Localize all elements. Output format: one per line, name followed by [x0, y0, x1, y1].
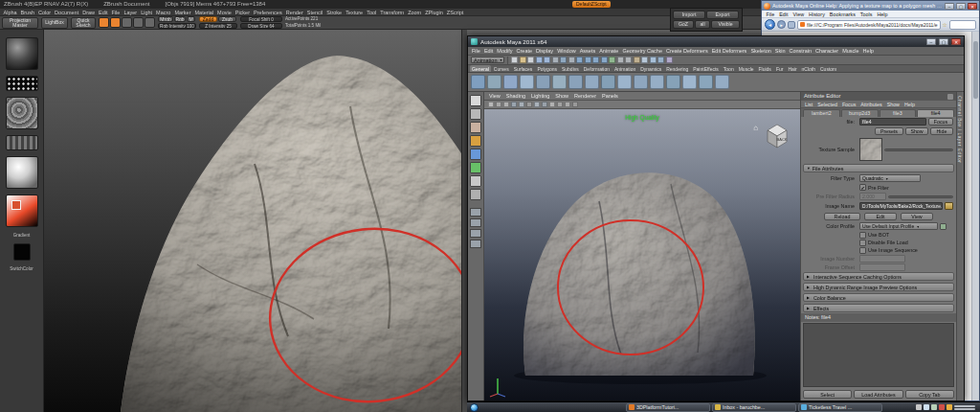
gate-mask-icon[interactable]: [557, 102, 563, 107]
construction-history-icon[interactable]: [634, 57, 640, 63]
panel-dock-icon[interactable]: [947, 94, 953, 100]
select-button[interactable]: Select: [803, 390, 852, 399]
move-tool-icon[interactable]: [470, 135, 481, 147]
scale-icon[interactable]: [133, 17, 144, 28]
shelf-tab[interactable]: PaintEffects: [691, 65, 721, 72]
goz-all-button[interactable]: all: [695, 20, 710, 29]
poly-pyramid-icon[interactable]: [585, 75, 599, 89]
maya-menu[interactable]: Edit: [482, 47, 495, 55]
zbrush-menu[interactable]: Draw: [81, 9, 97, 15]
tray-antivirus-icon[interactable]: [939, 404, 945, 410]
maya-menu[interactable]: Muscle: [840, 47, 860, 55]
collapsed-section[interactable]: Effects: [803, 304, 954, 312]
universal-manipulator-icon[interactable]: [470, 175, 481, 187]
camera-attributes-icon[interactable]: [503, 102, 509, 107]
back-icon[interactable]: ◂: [765, 19, 775, 30]
select-camera-icon[interactable]: [488, 102, 494, 107]
firefox-menu[interactable]: Bookmarks: [828, 11, 857, 17]
panel-menu[interactable]: Lighting: [529, 92, 551, 100]
zbrush-menu[interactable]: Render: [284, 9, 304, 15]
shelf-tab[interactable]: Subdivs: [560, 65, 581, 72]
zbrush-menu[interactable]: Zoom: [407, 9, 423, 15]
pre-filter-radius-field[interactable]: 2.000: [859, 193, 886, 200]
search-box[interactable]: [949, 20, 976, 30]
poly-prism-icon[interactable]: [568, 75, 583, 89]
zbrush-menu[interactable]: Stencil: [305, 9, 324, 15]
firefox-menu[interactable]: Edit: [778, 11, 790, 17]
snap-to-grid-icon[interactable]: [576, 57, 583, 63]
maya-menu[interactable]: Assets: [578, 47, 598, 55]
start-button[interactable]: [470, 403, 479, 412]
undo-icon[interactable]: [536, 57, 543, 63]
make-live-icon[interactable]: [609, 57, 615, 63]
presets-button[interactable]: Presets: [875, 127, 903, 135]
use-bot-checkbox[interactable]: [859, 232, 866, 239]
nurbs-cone-icon[interactable]: [715, 75, 729, 89]
pre-filter-checkbox[interactable]: [859, 184, 866, 191]
shelf-tab[interactable]: Fluids: [757, 65, 773, 72]
current-texture-thumbnail[interactable]: [6, 135, 38, 150]
rgb-intensity-slider[interactable]: Rgb Intensity 100: [158, 23, 196, 29]
attribute-editor-menu[interactable]: Help: [902, 101, 917, 107]
taskbar-button-3dplatform[interactable]: 3DPlatformTutori...: [626, 403, 710, 412]
zbrush-menu[interactable]: Layer: [122, 9, 139, 15]
zbrush-menu[interactable]: Picker: [234, 9, 251, 15]
pre-filter-radius-slider[interactable]: [888, 195, 953, 198]
file-attributes-section[interactable]: File Attributes: [803, 164, 954, 172]
save-scene-icon[interactable]: [527, 57, 534, 63]
soft-modification-icon[interactable]: [470, 189, 481, 200]
poly-helix-icon[interactable]: [617, 75, 632, 89]
rgb-button[interactable]: Rgb: [174, 16, 186, 22]
snap-to-curve-icon[interactable]: [585, 57, 591, 63]
channel-box-layer-editor-tab[interactable]: Channel Box / Layer Editor: [957, 92, 962, 163]
zbrush-menu[interactable]: Light: [140, 9, 154, 15]
notes-area[interactable]: [803, 323, 954, 387]
shelf-tab[interactable]: Rendering: [664, 65, 690, 72]
load-attributes-button[interactable]: Load Attributes: [854, 390, 902, 399]
zbrush-menu[interactable]: File: [110, 9, 122, 15]
disable-file-load-checkbox[interactable]: [859, 240, 866, 246]
filter-type-dropdown[interactable]: Quadratic: [859, 174, 921, 182]
select-by-object-icon[interactable]: [560, 57, 567, 63]
panel-menu[interactable]: Panels: [600, 92, 620, 100]
show-button[interactable]: Show: [905, 127, 928, 135]
attribute-editor-menu[interactable]: Show: [885, 101, 902, 107]
firefox-menu[interactable]: Help: [876, 11, 889, 17]
shelf-tab[interactable]: Fur: [774, 65, 786, 72]
render-settings-icon[interactable]: [666, 57, 673, 63]
firefox-close-button[interactable]: [968, 3, 977, 10]
zadd-button[interactable]: Zadd: [199, 16, 217, 22]
nurbs-cube-icon[interactable]: [682, 75, 697, 89]
current-brush-thumbnail[interactable]: [6, 37, 38, 70]
menu-set-dropdown[interactable]: Animation: [471, 57, 504, 63]
maya-menu[interactable]: Create: [515, 47, 535, 55]
zsub-button[interactable]: Zsub: [218, 16, 236, 22]
tool-import-button[interactable]: Import: [673, 11, 705, 19]
maya-menu[interactable]: Skeleton: [748, 47, 772, 55]
goz-button[interactable]: GoZ: [673, 20, 694, 29]
attribute-editor-tab[interactable]: file4: [917, 109, 954, 117]
safe-action-icon[interactable]: [572, 102, 578, 107]
select-by-hierarchy-icon[interactable]: [552, 57, 559, 63]
switch-color-swatch[interactable]: [13, 243, 31, 261]
poly-plane-icon[interactable]: [536, 75, 550, 89]
input-connections-icon[interactable]: [617, 57, 624, 63]
ipr-render-icon[interactable]: [657, 57, 664, 63]
zbrush-menu[interactable]: Brush: [19, 9, 35, 15]
maya-menu[interactable]: Modify: [495, 47, 514, 55]
zbrush-menu[interactable]: Macro: [155, 9, 172, 15]
attribute-editor-tab[interactable]: file3: [880, 109, 917, 117]
platonic-solid-icon[interactable]: [650, 75, 664, 89]
poly-cone-icon[interactable]: [520, 75, 534, 89]
taskbar-button-ticketless-travel[interactable]: Ticketless Travel ...: [798, 403, 882, 412]
lightbox-button[interactable]: LightBox: [41, 17, 68, 29]
shelf-tab[interactable]: Dynamics: [638, 65, 663, 72]
attribute-editor-menu[interactable]: List: [803, 101, 814, 107]
poly-soccer-icon[interactable]: [634, 75, 648, 89]
nurbs-sphere-icon[interactable]: [666, 75, 680, 89]
reload-icon[interactable]: [788, 21, 795, 29]
quick-sketch-button[interactable]: Quick Sketch: [71, 17, 96, 29]
rotate-tool-icon[interactable]: [470, 149, 481, 160]
maya-maximize-button[interactable]: [939, 38, 948, 45]
maya-menu[interactable]: Constrain: [787, 47, 813, 55]
